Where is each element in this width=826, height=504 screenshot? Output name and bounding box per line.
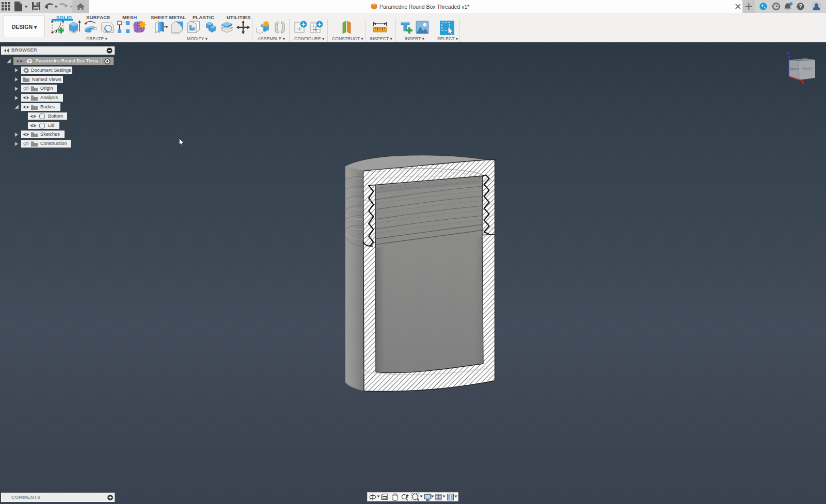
- svg-text:Z: Z: [787, 51, 790, 56]
- svg-text:FRONT: FRONT: [790, 68, 799, 71]
- svg-text:RIGHT: RIGHT: [802, 67, 812, 70]
